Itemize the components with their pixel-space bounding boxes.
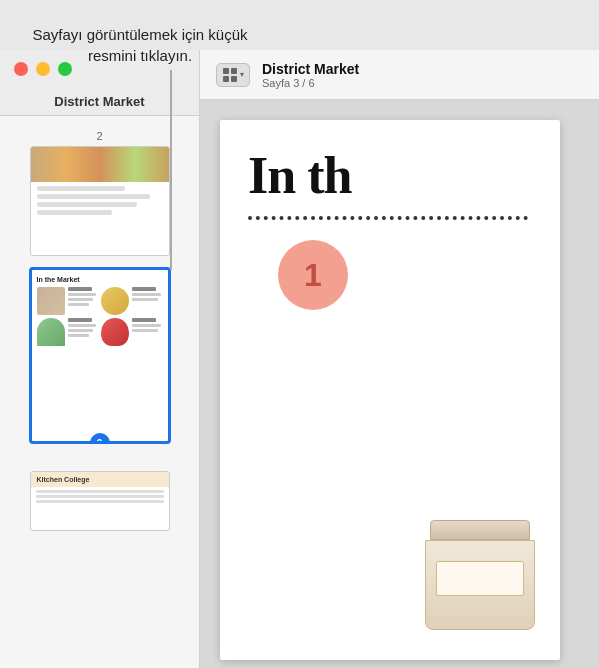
page2-line-1 xyxy=(37,186,125,191)
page4-line-1 xyxy=(36,490,164,493)
tooltip-area: Sayfayı görüntülemek için küçük resmini … xyxy=(0,0,280,90)
p3-l3 xyxy=(68,303,89,306)
jar-body xyxy=(425,540,535,630)
thumbnail-page-3[interactable]: In the Market xyxy=(0,262,199,449)
page3-grid xyxy=(37,287,163,346)
page3-text-2 xyxy=(132,287,163,303)
page-2-number: 2 xyxy=(96,130,102,142)
page2-line-4 xyxy=(37,210,113,215)
bowl-icon xyxy=(37,318,65,346)
page3-row-2 xyxy=(37,318,163,346)
page3-content: In the Market xyxy=(32,270,168,352)
jar-illustration xyxy=(420,520,540,660)
page2-content xyxy=(31,182,169,222)
p3-l8 xyxy=(68,334,89,337)
jar-lid xyxy=(430,520,530,540)
jar-label xyxy=(436,561,524,596)
page3-head-1 xyxy=(68,287,92,291)
document-display: In th 1 xyxy=(200,100,599,668)
thumbnail-frame-4[interactable]: Kitchen College xyxy=(30,471,170,531)
p3-l5 xyxy=(132,298,158,301)
page3-thumb-title: In the Market xyxy=(37,276,163,283)
page3-text-3 xyxy=(68,318,99,339)
thumbnail-page-4[interactable]: Kitchen College xyxy=(0,465,199,537)
page2-image-strip xyxy=(31,147,169,182)
document-title-partial: In th xyxy=(248,150,532,202)
page3-row-1 xyxy=(37,287,163,315)
connector-line xyxy=(170,70,172,270)
p3-l9 xyxy=(132,324,161,327)
tooltip-text: Sayfayı görüntülemek için küçük resmini … xyxy=(16,24,264,66)
page2-line-3 xyxy=(37,202,138,207)
document-page: In th 1 xyxy=(220,120,560,660)
p3-l7 xyxy=(68,329,94,332)
jar-icon xyxy=(37,287,65,315)
p3-l4 xyxy=(132,293,161,296)
page3-head-2 xyxy=(132,287,156,291)
page3-text-4 xyxy=(132,318,163,334)
document-page-inner: In th 1 xyxy=(220,120,560,330)
page2-line-2 xyxy=(37,194,150,199)
p3-l10 xyxy=(132,329,158,332)
app-window: District Market 2 xyxy=(0,50,599,668)
thumbnail-frame-3[interactable]: In the Market xyxy=(30,268,170,443)
main-content: ▾ District Market Sayfa 3 / 6 In th 1 xyxy=(200,50,599,668)
page3-head-3 xyxy=(68,318,92,322)
strawberry-icon xyxy=(101,318,129,346)
page4-line-2 xyxy=(36,495,164,498)
p3-l2 xyxy=(68,298,94,301)
circle-number-text: 1 xyxy=(304,257,322,294)
thumbnail-frame-2[interactable] xyxy=(30,146,170,256)
page4-line-3 xyxy=(36,500,164,503)
section-circle-1: 1 xyxy=(278,240,348,310)
page4-title-bar: Kitchen College xyxy=(31,472,169,487)
p3-l1 xyxy=(68,293,97,296)
document-divider xyxy=(248,216,528,220)
page4-content xyxy=(31,487,169,508)
page-3-badge: 3 xyxy=(90,433,110,443)
page3-head-4 xyxy=(132,318,156,322)
p3-l6 xyxy=(68,324,97,327)
page3-text-1 xyxy=(68,287,99,308)
lemon-icon xyxy=(101,287,129,315)
